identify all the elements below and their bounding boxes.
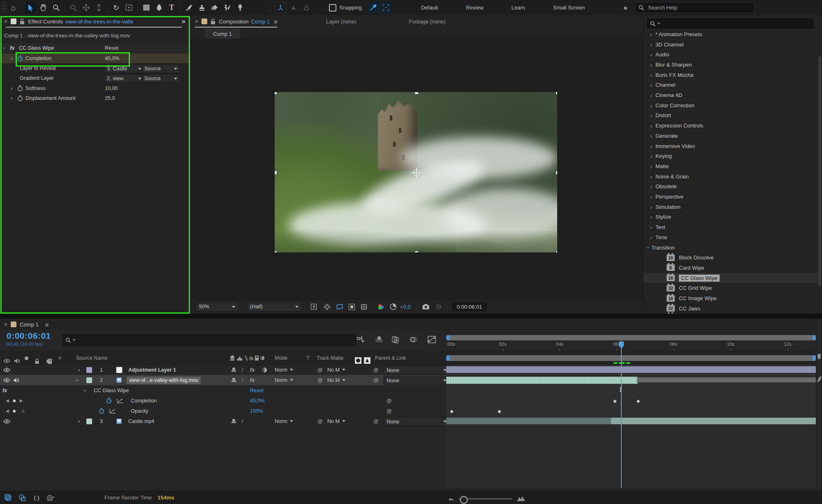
reset-button[interactable]: Reset — [105, 43, 118, 53]
graph-icon[interactable] — [109, 408, 116, 414]
stopwatch-icon[interactable] — [17, 83, 23, 93]
layer-row-adjustment[interactable]: › 1 Adjustment Layer 1 / fx Norm @ No M … — [0, 365, 816, 375]
category-simulation[interactable]: ›Simulation — [644, 202, 818, 213]
eye-icon[interactable] — [3, 378, 10, 383]
effect-item-cc-image-wipe[interactable]: 16CC Image Wipe — [644, 293, 818, 303]
property-row-opacity[interactable]: ◀ ◆ ▶ Opacity 100% @ ◆ ◆ — [0, 406, 816, 416]
effect-header-row[interactable]: › fx CC Glass Wipe Reset — [0, 43, 190, 53]
parent-pickwhip-icon[interactable]: @ — [373, 416, 379, 426]
close-icon[interactable]: × — [4, 18, 7, 25]
tab-layer[interactable]: Layer (none) — [326, 18, 357, 25]
selection-tool-icon[interactable] — [25, 2, 36, 13]
chevron-right-icon[interactable]: › — [78, 416, 80, 426]
puppet-pin-tool-icon[interactable] — [234, 2, 245, 13]
chevron-right-icon[interactable]: › — [11, 53, 12, 63]
selection-handle[interactable] — [556, 92, 557, 95]
effect-item-card-wipe[interactable]: 8Card Wipe — [644, 263, 818, 273]
workspace-review[interactable]: Review — [466, 5, 484, 11]
panel-doc-title[interactable]: view-of-the-trees-in-the-valle — [65, 18, 133, 25]
layer-duration-bar[interactable] — [611, 418, 817, 424]
updown-tool-icon[interactable] — [93, 2, 104, 13]
category-immersive-video[interactable]: ›Immersive Video — [644, 141, 818, 152]
stamp-tool-icon[interactable] — [196, 2, 207, 13]
layer-row-castle[interactable]: › 3 Castle.mp4 / Norm @ No M @ None — [0, 416, 816, 427]
exposure-value[interactable]: +0,0 — [400, 304, 411, 310]
playhead-handle[interactable] — [617, 342, 625, 350]
work-area-bar[interactable] — [446, 354, 816, 362]
workspace-learn[interactable]: Learn — [512, 5, 525, 11]
graph-editor-icon[interactable] — [428, 336, 436, 343]
selection-handle[interactable] — [414, 92, 419, 95]
category-cinema-4d[interactable]: ›Cinema 4D — [644, 90, 818, 101]
composition-mini-flowchart-icon[interactable] — [357, 336, 365, 343]
selection-handle[interactable] — [556, 251, 557, 252]
shy-icon[interactable] — [231, 416, 236, 426]
snap-to-bounds-icon[interactable] — [380, 2, 391, 13]
chevron-down-icon[interactable]: › — [84, 385, 86, 395]
category-keying[interactable]: ›Keying — [644, 151, 818, 162]
selection-handle[interactable] — [556, 171, 557, 175]
switches-icons[interactable]: fx — [230, 352, 266, 364]
blend-mode-dropdown[interactable]: Norm — [275, 416, 293, 426]
shape-content-icon[interactable] — [18, 494, 26, 502]
category-transition[interactable]: ›Transition — [644, 243, 818, 253]
effect-item-cc-grid-wipe[interactable]: 32CC Grid Wipe — [644, 283, 818, 294]
keyframe-track[interactable]: ◆ ◆ — [446, 395, 816, 406]
effect-item-cc-glass-wipe[interactable]: 16CC Glass Wipe — [644, 273, 818, 283]
parent-dropdown[interactable]: None — [383, 376, 450, 385]
keyframe-icon[interactable]: ◆ — [450, 408, 453, 414]
selection-handle[interactable] — [414, 251, 419, 252]
track-matte-dropdown[interactable]: No M — [327, 416, 345, 426]
parent-dropdown[interactable]: None — [383, 365, 450, 375]
marker-bin-icon[interactable] — [817, 354, 821, 360]
parent-dropdown[interactable]: None — [383, 417, 450, 426]
help-search-box[interactable] — [635, 2, 754, 13]
stopwatch-icon[interactable] — [99, 408, 104, 414]
timeline-search-box[interactable] — [62, 333, 357, 347]
zoom-tool-icon[interactable] — [51, 2, 62, 13]
zoom-in-mountain-icon[interactable] — [516, 496, 526, 502]
time-navigator[interactable] — [446, 335, 816, 340]
keyframe-icon[interactable]: ◆ — [613, 398, 616, 403]
exposure-icon[interactable] — [390, 303, 396, 310]
view-axis-mode-icon[interactable] — [301, 2, 312, 13]
category-color-correction[interactable]: ›Color Correction — [644, 100, 818, 111]
layer-bar-track[interactable] — [446, 365, 816, 375]
track-matte-pickwhip-icon[interactable]: @ — [317, 375, 323, 385]
keyframe-icon[interactable]: ◆ — [498, 408, 501, 414]
category-time[interactable]: ›Time — [644, 232, 818, 243]
category-channel[interactable]: ›Channel — [644, 80, 818, 91]
layer-name[interactable]: view-of...e-valley-with-fog.mov — [127, 375, 201, 385]
render-snail-icon[interactable] — [46, 495, 55, 501]
selection-handle[interactable] — [275, 92, 277, 95]
gradient-layer-channel-dropdown[interactable]: Source — [141, 74, 180, 83]
eye-icon[interactable] — [3, 419, 10, 424]
shy-toggle-icon[interactable] — [375, 336, 383, 343]
pen-tool-icon[interactable] — [153, 2, 164, 13]
panel-menu-icon[interactable]: ≡ — [45, 321, 49, 328]
track-matte-dropdown[interactable]: No M — [327, 365, 345, 375]
type-tool-icon[interactable]: T — [166, 2, 177, 13]
solo-icon[interactable] — [25, 352, 28, 364]
panel-overflow-chevron[interactable]: » — [182, 17, 185, 25]
parent-pickwhip-icon[interactable]: @ — [387, 406, 392, 416]
effects-search-box[interactable] — [646, 18, 814, 29]
brush-tool-icon[interactable] — [183, 2, 195, 13]
workspace-overflow-chevron[interactable]: » — [623, 4, 627, 12]
adjustment-switch-icon[interactable] — [262, 365, 267, 375]
col-mode[interactable]: Mode — [275, 352, 287, 364]
workspace-small-screen[interactable]: Small Screen — [553, 5, 585, 11]
panel-title[interactable]: Effect Controls — [28, 18, 63, 25]
track-matte-pickwhip-icon[interactable]: @ — [317, 365, 323, 375]
category-blur-sharpen[interactable]: ›Blur & Sharpen — [644, 60, 818, 70]
property-label[interactable]: Opacity — [131, 406, 148, 416]
layer-anchor-point[interactable] — [412, 169, 421, 177]
blend-mode-dropdown[interactable]: Norm — [275, 365, 293, 375]
chevron-right-icon[interactable]: › — [11, 93, 12, 103]
category-matte[interactable]: ›Matte — [644, 161, 818, 172]
effect-item-cc-light-wipe[interactable]: 16CC Light Wi — [644, 312, 818, 314]
property-value[interactable]: 45,0% — [250, 395, 264, 406]
keyframe-icon[interactable]: ◆ — [637, 398, 640, 403]
pan-behind-tool-icon[interactable] — [81, 2, 92, 13]
motion-blur-icon[interactable] — [410, 336, 418, 343]
